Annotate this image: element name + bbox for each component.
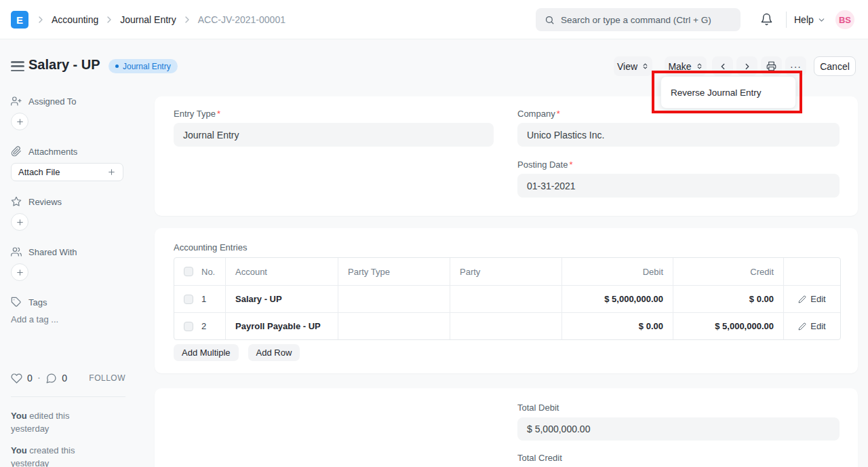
chevron-right-icon (35, 14, 46, 25)
tag-icon (11, 297, 22, 307)
app-logo-letter: E (16, 14, 23, 26)
accounting-entries-label: Accounting Entries (174, 242, 247, 253)
ellipsis-icon: ··· (790, 61, 802, 72)
company-field[interactable]: Unico Plastics Inc. (517, 123, 840, 147)
header-cell-no: No. (174, 258, 226, 285)
pencil-icon (798, 322, 806, 331)
posting-date-field[interactable]: 01-31-2021 (517, 174, 840, 198)
add-assignment-button[interactable] (11, 113, 28, 130)
accounting-entries-table: No. Account Party Type Party Debit Credi… (174, 257, 841, 340)
cancel-button[interactable]: Cancel (814, 56, 856, 76)
edit-row-button[interactable]: Edit (798, 294, 825, 304)
breadcrumb: Accounting Journal Entry ACC-JV-2021-000… (35, 0, 285, 39)
breadcrumb-item-current: ACC-JV-2021-00001 (198, 14, 285, 25)
totals-card: Total Debit $ 5,000,000.00 Total Credit (155, 388, 858, 467)
search-placeholder: Search or type a command (Ctrl + G) (561, 15, 711, 25)
account-cell[interactable]: Payroll Payable - UP (226, 313, 338, 339)
users-icon (11, 246, 22, 257)
more-options-button[interactable]: ··· (785, 56, 806, 76)
select-chevrons-icon (696, 62, 703, 70)
attach-file-button[interactable]: Attach File (11, 163, 123, 181)
row-checkbox[interactable] (184, 322, 193, 331)
previous-record-button[interactable] (712, 56, 733, 76)
help-label: Help (794, 14, 814, 25)
entry-type-field[interactable]: Journal Entry (174, 123, 494, 147)
add-review-button[interactable] (11, 213, 28, 231)
help-menu[interactable]: Help (794, 0, 826, 39)
activity-entry: You created this yesterday (11, 444, 94, 467)
print-button[interactable] (761, 56, 782, 76)
pencil-icon (798, 295, 806, 303)
menu-icon[interactable] (11, 61, 24, 71)
paperclip-icon (11, 146, 22, 157)
header-cell-debit: Debit (562, 258, 673, 285)
make-button[interactable]: Make (665, 56, 707, 76)
avatar-initials: BS (839, 15, 851, 25)
comment-icon[interactable] (45, 373, 57, 384)
attachments-label: Attachments (28, 147, 77, 157)
debit-cell[interactable]: $ 0.00 (562, 313, 673, 339)
plus-icon (16, 117, 24, 126)
share-add (11, 263, 126, 281)
chevron-right-icon (182, 14, 193, 25)
breadcrumb-item-accounting[interactable]: Accounting (52, 14, 98, 25)
heart-icon[interactable] (11, 373, 22, 384)
activity-who: You (11, 411, 27, 421)
credit-cell[interactable]: $ 0.00 (673, 286, 784, 312)
sidebar-section-reviews: Reviews (11, 196, 126, 207)
follow-button[interactable]: FOLLOW (89, 373, 125, 383)
total-debit-field[interactable]: $ 5,000,000.00 (517, 417, 840, 441)
total-debit-label: Total Debit (517, 403, 559, 413)
reviews-label: Reviews (28, 197, 62, 207)
form-card: Entry Type* Journal Entry Company* Unico… (155, 96, 858, 216)
header-cell-account: Account (226, 258, 338, 285)
chevron-left-icon (718, 62, 728, 71)
user-plus-icon (11, 96, 22, 107)
plus-icon (16, 268, 24, 277)
assigned-to-label: Assigned To (28, 96, 77, 107)
avatar[interactable]: BS (835, 10, 854, 29)
row-checkbox[interactable] (184, 295, 193, 304)
menu-item-reverse-journal-entry[interactable]: Reverse Journal Entry (661, 77, 795, 108)
chevron-right-icon (743, 62, 752, 71)
account-cell[interactable]: Salary - UP (226, 286, 338, 312)
comments-count: 0 (62, 373, 67, 384)
party-cell[interactable] (450, 313, 562, 339)
sidebar-divider (11, 396, 125, 397)
add-share-button[interactable] (11, 263, 28, 281)
debit-cell[interactable]: $ 5,000,000.00 (562, 286, 673, 312)
add-tag-input[interactable]: Add a tag ... (11, 314, 58, 324)
header-cell-actions (784, 258, 840, 285)
accounting-entries-card: Accounting Entries No. Account Party Typ… (155, 228, 858, 373)
select-chevrons-icon (642, 62, 649, 70)
row-no-cell: 2 (174, 313, 226, 339)
credit-cell[interactable]: $ 5,000,000.00 (673, 313, 784, 339)
table-header-row: No. Account Party Type Party Debit Credi… (174, 258, 840, 285)
status-badge: Journal Entry (108, 59, 178, 73)
shared-with-label: Shared With (28, 247, 77, 257)
table-row: 1 Salary - UP $ 5,000,000.00 $ 0.00 Edit (174, 285, 840, 312)
plus-icon (107, 168, 116, 176)
add-multiple-button[interactable]: Add Multiple (174, 344, 239, 361)
search-input[interactable]: Search or type a command (Ctrl + G) (536, 8, 741, 31)
dot-separator: · (37, 372, 41, 384)
table-row: 2 Payroll Payable - UP $ 0.00 $ 5,000,00… (174, 312, 840, 339)
view-button[interactable]: View (614, 56, 652, 76)
sidebar-section-attachments: Attachments (11, 146, 126, 157)
add-row-button[interactable]: Add Row (248, 344, 300, 361)
party-type-cell[interactable] (338, 286, 450, 312)
activity-entry: You edited this yesterday (11, 409, 94, 435)
reviews-add (11, 213, 126, 231)
edit-row-button[interactable]: Edit (798, 321, 825, 331)
sidebar-section-assigned-to: Assigned To (11, 96, 126, 107)
party-cell[interactable] (450, 286, 562, 312)
view-button-label: View (617, 61, 637, 72)
party-type-cell[interactable] (338, 313, 450, 339)
bell-icon[interactable] (760, 13, 773, 29)
select-all-checkbox[interactable] (184, 267, 193, 276)
journal-entry-screen: E Accounting Journal Entry ACC-JV-2021-0… (0, 0, 868, 467)
breadcrumb-item-journal-entry[interactable]: Journal Entry (120, 14, 176, 25)
app-logo[interactable]: E (11, 11, 28, 29)
next-record-button[interactable] (736, 56, 757, 76)
printer-icon (766, 61, 776, 71)
